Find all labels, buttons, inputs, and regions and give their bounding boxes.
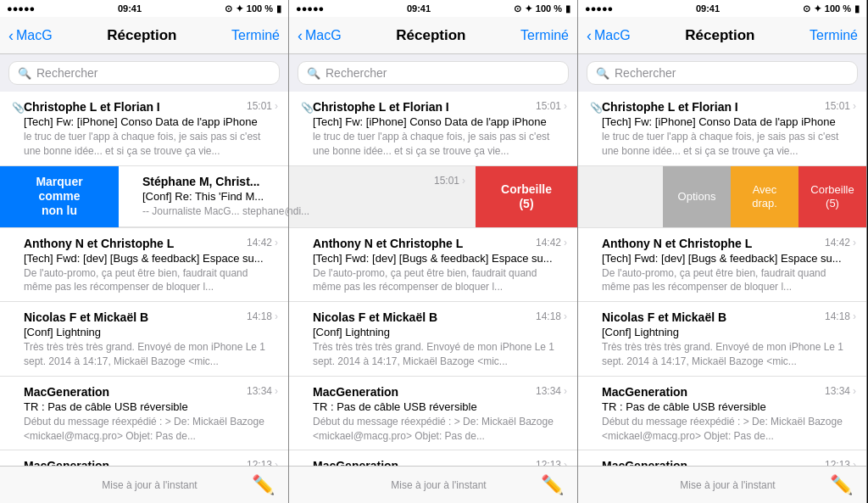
done-button-3[interactable]: Terminé: [810, 28, 858, 43]
avec-drap-btn-3[interactable]: Avec drap.: [731, 166, 798, 227]
done-button-1[interactable]: Terminé: [231, 28, 280, 43]
status-left-2: ●●●●●: [296, 3, 324, 14]
email-preview-1-2: -- Journaliste MacG... stephane@mgig.fr …: [142, 204, 288, 219]
email-sender-2-2: ...: [289, 175, 429, 188]
search-placeholder-3: Rechercher: [615, 66, 676, 80]
status-bar-1: ●●●●● 09:41 ⊙ ✦ 100 % ▮: [0, 0, 288, 17]
footer-1: Mise à jour à l'instant ✏️: [0, 466, 288, 503]
carrier-signal-2: ●●●●●: [296, 3, 324, 14]
email-preview-2-3: De l'auto-promo, ça peut être bien, faud…: [313, 266, 567, 295]
back-button-1[interactable]: ‹ MacG: [8, 28, 53, 43]
email-item-1-5[interactable]: MacGeneration 13:34 › TR : Pas de câble …: [0, 377, 288, 451]
wifi-icon-3: ⊙: [803, 3, 810, 14]
email-time-1-6: 12:13 ›: [247, 459, 278, 466]
row-chevron-1-1: ›: [275, 100, 278, 112]
nav-title-1: Réception: [107, 27, 176, 44]
email-item-3-2[interactable]: [578, 166, 663, 227]
email-item-1-4[interactable]: Nicolas F et Mickaël B 14:18 › [Conf] Li…: [0, 302, 288, 377]
email-item-3-5[interactable]: MacGeneration 13:34 › TR : Pas de câble …: [578, 377, 866, 451]
status-left-1: ●●●●●: [7, 3, 35, 14]
compose-button-2[interactable]: ✏️: [541, 474, 564, 496]
search-wrap-1[interactable]: 🔍 Rechercher: [8, 61, 280, 85]
email-item-3-4[interactable]: Nicolas F et Mickaël B 14:18 › [Conf] Li…: [578, 302, 866, 377]
compose-button-1[interactable]: ✏️: [252, 474, 275, 496]
email-item-2-2[interactable]: ... 15:01 › ...dloit could... ...generat…: [289, 166, 476, 227]
battery-icon-3: ▮: [854, 3, 860, 14]
footer-3: Mise à jour à l'instant ✏️: [578, 466, 866, 503]
email-sender-1-1: Christophe L et Florian I: [24, 100, 242, 114]
email-preview-3-1: le truc de tuer l'app à chaque fois, je …: [602, 130, 856, 159]
email-item-1-6[interactable]: MacGeneration 12:13 › TR : nPerf : Test …: [0, 450, 288, 466]
email-item-3-3[interactable]: Anthony N et Christophe L 14:42 › [Tech]…: [578, 228, 866, 303]
email-sender-1-6: MacGeneration: [24, 459, 242, 466]
status-right-3: ⊙ ✦ 100 % ▮: [803, 3, 860, 14]
mark-unread-btn-1[interactable]: Marquer comme non lu: [0, 166, 119, 227]
email-subject-1-5: TR : Pas de câble USB réversible: [24, 400, 278, 413]
battery-icon-1: ▮: [276, 3, 281, 14]
email-subject-2-5: TR : Pas de câble USB réversible: [313, 400, 567, 413]
back-button-2[interactable]: ‹ MacG: [298, 28, 342, 43]
footer-status-3: Mise à jour à l'instant: [626, 479, 830, 491]
wifi-icon-1: ⊙: [225, 3, 232, 14]
bt-icon-2: ✦: [525, 3, 532, 14]
wifi-icon-2: ⊙: [514, 3, 521, 14]
email-item-3-1[interactable]: 📎 Christophe L et Florian I 15:01 › [Tec…: [578, 92, 866, 166]
trash-btn-2[interactable]: Corbeille (5): [476, 166, 577, 227]
search-icon-3: 🔍: [596, 67, 609, 80]
email-item-1-3[interactable]: Anthony N et Christophe L 14:42 › [Tech]…: [0, 228, 288, 303]
email-subject-3-4: [Conf] Lightning: [602, 326, 856, 338]
row-chevron-1-4: ›: [275, 310, 278, 322]
swipe-row-2-2: Corbeille (5) ... 15:01 › ...dloit could…: [289, 166, 577, 228]
email-preview-3-5: Début du message réexpédié : > De: Micka…: [602, 415, 856, 444]
email-header-1-6: MacGeneration 12:13 ›: [24, 459, 278, 466]
email-item-2-5[interactable]: MacGeneration 13:34 › TR : Pas de câble …: [289, 377, 577, 451]
footer-status-1: Mise à jour à l'instant: [47, 479, 252, 491]
swipe-left-actions-1: Marquer comme non lu: [0, 166, 119, 227]
search-bar-2: 🔍 Rechercher: [289, 54, 577, 92]
email-time-1-4: 14:18 ›: [247, 310, 278, 322]
email-item-2-6[interactable]: MacGeneration 12:13 › TR : nPerf : Test …: [289, 450, 577, 466]
back-button-3[interactable]: ‹ MacG: [587, 28, 631, 43]
row-chevron-3-5: ›: [853, 385, 856, 397]
search-wrap-3[interactable]: 🔍 Rechercher: [587, 61, 858, 85]
search-bar-1: 🔍 Rechercher: [0, 54, 288, 92]
nav-bar-3: ‹ MacG Réception Terminé: [578, 17, 866, 54]
swipe-row-1-2: Marquer comme non lu Stéphane M, Christ.…: [0, 166, 288, 228]
options-btn-3[interactable]: Options: [663, 166, 731, 227]
email-item-2-4[interactable]: Nicolas F et Mickaël B 14:18 › [Conf] Li…: [289, 302, 577, 377]
compose-button-3[interactable]: ✏️: [830, 474, 853, 496]
email-header-2-3: Anthony N et Christophe L 14:42 ›: [313, 237, 567, 250]
footer-status-2: Mise à jour à l'instant: [337, 479, 541, 491]
email-time-3-5: 13:34 ›: [825, 385, 856, 397]
email-header-2-4: Nicolas F et Mickaël B 14:18 ›: [313, 310, 567, 324]
email-item-2-3[interactable]: Anthony N et Christophe L 14:42 › [Tech]…: [289, 228, 577, 303]
swipe-right-actions-3: Options Avec drap. Corbeille (5): [663, 166, 866, 227]
email-header-3-1: Christophe L et Florian I 15:01 ›: [602, 100, 856, 114]
email-preview-1-1: le truc de tuer l'app à chaque fois, je …: [24, 130, 278, 159]
row-chevron-2-6: ›: [564, 459, 567, 466]
row-chevron-2-3: ›: [564, 237, 567, 249]
email-item-1-1[interactable]: 📎 Christophe L et Florian I 15:01 › [Tec…: [0, 92, 288, 166]
battery-3: 100 %: [825, 3, 851, 14]
status-left-3: ●●●●●: [585, 3, 613, 14]
email-item-2-1[interactable]: 📎 Christophe L et Florian I 15:01 › [Tec…: [289, 92, 577, 166]
email-time-1-3: 14:42 ›: [247, 237, 278, 249]
email-time-1-1: 15:01 ›: [247, 100, 278, 112]
search-icon-1: 🔍: [18, 67, 31, 80]
row-chevron-3-1: ›: [853, 100, 856, 112]
email-preview-1-5: Début du message réexpédié : > De: Micka…: [24, 415, 278, 444]
email-header-3-3: Anthony N et Christophe L 14:42 ›: [602, 237, 856, 250]
email-preview-1-3: De l'auto-promo, ça peut être bien, faud…: [24, 266, 278, 295]
phone-panel-1: ●●●●● 09:41 ⊙ ✦ 100 % ▮ ‹ MacG Réception…: [0, 0, 289, 503]
corbeille-btn-3[interactable]: Corbeille (5): [798, 166, 866, 227]
status-bar-2: ●●●●● 09:41 ⊙ ✦ 100 % ▮: [289, 0, 577, 17]
done-button-2[interactable]: Terminé: [520, 28, 569, 43]
search-wrap-2[interactable]: 🔍 Rechercher: [298, 61, 569, 85]
email-item-3-6[interactable]: MacGeneration 12:13 › TR : nPerf : Test …: [578, 450, 866, 466]
email-item-1-2[interactable]: Stéphane M, Christ... ... › [Conf] Re: T…: [119, 166, 288, 227]
email-time-3-6: 12:13 ›: [825, 459, 856, 466]
email-subject-1-3: [Tech] Fwd: [dev] [Bugs & feedback] Espa…: [24, 252, 278, 265]
nav-bar-1: ‹ MacG Réception Terminé: [0, 17, 288, 54]
email-header-1-2: Stéphane M, Christ... ... ›: [142, 175, 288, 188]
email-preview-2-2: ...generation 4 Le lundi...: [289, 204, 465, 219]
